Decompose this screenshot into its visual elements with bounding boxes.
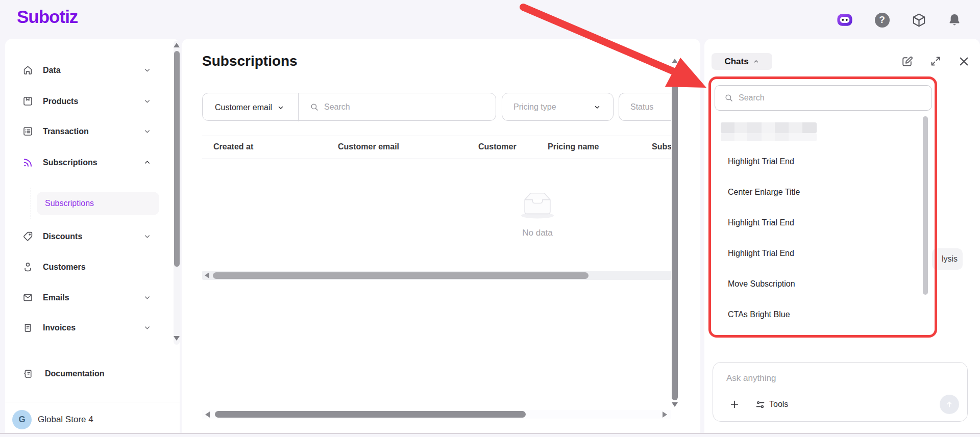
- search-field-selector[interactable]: Customer email: [203, 93, 299, 121]
- empty-state-label: No data: [497, 228, 578, 238]
- sidebar-item-transaction[interactable]: Transaction: [5, 119, 180, 144]
- scroll-up-arrow[interactable]: [672, 59, 678, 63]
- home-icon: [22, 64, 34, 76]
- column-header[interactable]: Subs: [652, 142, 671, 151]
- window-bottom-gap: [0, 434, 980, 437]
- sidebar-item-data[interactable]: Data: [5, 58, 180, 83]
- expand-icon: [929, 55, 942, 67]
- scroll-down-arrow[interactable]: [174, 336, 180, 341]
- chat-list-scrollbar-thumb[interactable]: [923, 116, 928, 295]
- chat-list-item[interactable]: Highlight Trial End: [728, 157, 794, 166]
- search-icon: [724, 93, 733, 102]
- table-top-border: [202, 136, 671, 136]
- app-logo[interactable]: Subotiz: [17, 7, 78, 27]
- chat-list-item[interactable]: Move Subscription: [728, 279, 795, 289]
- main-vscrollbar[interactable]: [671, 39, 678, 433]
- chevron-down-icon: [143, 324, 151, 332]
- chat-list-item[interactable]: CTAs Bright Blue: [728, 310, 790, 319]
- main-hscrollbar[interactable]: [202, 410, 671, 419]
- table-hscrollbar[interactable]: [202, 271, 671, 280]
- composer: Tools: [713, 362, 968, 422]
- scroll-left-arrow[interactable]: [205, 412, 210, 418]
- documentation-icon: [22, 368, 34, 379]
- main-hscrollbar-thumb[interactable]: [215, 411, 526, 418]
- chevron-down-icon: [143, 66, 151, 74]
- sidebar-scroll-area: Data Products T: [5, 49, 180, 349]
- expand-panel-button[interactable]: [928, 54, 943, 68]
- chat-list-item[interactable]: Highlight Trial End: [728, 249, 794, 258]
- composer-input[interactable]: [725, 372, 921, 385]
- workspace-name: Global Store 4: [38, 415, 93, 425]
- workspace-switcher[interactable]: G Global Store 4: [5, 407, 180, 432]
- send-button[interactable]: [940, 395, 959, 414]
- sidebar-item-emails[interactable]: Emails: [5, 285, 180, 310]
- chats-label: Chats: [724, 57, 748, 67]
- search-icon: [310, 102, 319, 112]
- receipt-icon: [22, 322, 34, 333]
- redacted-chat-item[interactable]: [721, 122, 817, 141]
- inbox-icon: [520, 189, 555, 220]
- bell-icon[interactable]: [946, 11, 963, 29]
- chat-list-item[interactable]: Highlight Trial End: [728, 218, 794, 227]
- main-content: Subscriptions Customer email Pricing typ…: [182, 39, 700, 433]
- plus-icon: [729, 399, 740, 410]
- column-header[interactable]: Pricing name: [548, 142, 599, 151]
- envelope-icon: [22, 292, 34, 303]
- scroll-down-arrow[interactable]: [672, 402, 678, 407]
- chats-dropdown[interactable]: Chats: [712, 53, 772, 70]
- chat-search-box: [715, 85, 932, 111]
- assistant-robot-icon[interactable]: [836, 11, 853, 29]
- sidebar-item-documentation[interactable]: Documentation: [5, 361, 180, 386]
- compose-icon: [901, 55, 914, 68]
- chevron-down-icon: [143, 233, 151, 241]
- close-icon: [958, 55, 970, 68]
- pricing-type-select[interactable]: Pricing type: [502, 93, 614, 121]
- chat-search-input[interactable]: [738, 93, 923, 103]
- chevron-up-icon: [753, 58, 760, 65]
- close-panel-button[interactable]: [957, 54, 971, 68]
- person-icon: [22, 261, 34, 273]
- rss-icon: [22, 157, 34, 168]
- sidebar-subitem-subscriptions[interactable]: Subscriptions: [37, 192, 159, 215]
- arrow-up-icon: [944, 399, 954, 409]
- sidebar-scrollbar-thumb[interactable]: [174, 51, 180, 267]
- workspace-avatar: G: [12, 410, 32, 429]
- new-chat-button[interactable]: [900, 54, 914, 68]
- page-title: Subscriptions: [202, 53, 298, 69]
- sidebar-divider: [5, 402, 180, 402]
- scroll-left-arrow[interactable]: [205, 272, 209, 278]
- sidebar-item-discounts[interactable]: Discounts: [5, 224, 180, 249]
- sidebar-item-invoices[interactable]: Invoices: [5, 315, 180, 340]
- sidebar-item-products[interactable]: Products: [5, 89, 180, 114]
- app-header: Subotiz ?: [0, 0, 980, 39]
- scroll-right-arrow[interactable]: [663, 412, 667, 418]
- attach-button[interactable]: [727, 397, 742, 412]
- sidebar-item-customers[interactable]: Customers: [5, 254, 180, 279]
- tools-button[interactable]: Tools: [755, 398, 788, 410]
- chevron-down-icon: [143, 294, 151, 302]
- subnav-connector-line: [31, 188, 31, 219]
- sidebar: Data Products T: [5, 39, 180, 433]
- sidebar-item-subscriptions[interactable]: Subscriptions: [5, 150, 180, 175]
- analysis-tag[interactable]: lysis: [932, 248, 963, 270]
- sidebar-item-settings[interactable]: Settings: [5, 346, 180, 349]
- table-hscrollbar-thumb[interactable]: [213, 272, 589, 279]
- main-vscrollbar-thumb[interactable]: [672, 76, 678, 400]
- chat-panel: Chats: [704, 39, 980, 433]
- status-select[interactable]: Status: [619, 93, 676, 121]
- column-header[interactable]: Customer email: [338, 142, 399, 151]
- column-header[interactable]: Created at: [213, 142, 253, 151]
- chevron-down-icon: [277, 104, 284, 111]
- list-icon: [22, 125, 34, 137]
- chevron-down-icon: [143, 97, 151, 106]
- app-window: Subotiz ?: [0, 0, 980, 437]
- search-input[interactable]: [323, 102, 488, 112]
- sliders-icon: [755, 399, 766, 410]
- scroll-up-arrow[interactable]: [174, 43, 180, 47]
- package-icon[interactable]: [910, 11, 927, 29]
- table-header-row: Created at Customer email Customer Prici…: [182, 140, 671, 156]
- help-icon[interactable]: ?: [873, 11, 891, 29]
- column-header[interactable]: Customer: [478, 142, 517, 151]
- chat-list-item[interactable]: Center Enlarge Title: [728, 188, 800, 197]
- box-bookmark-icon: [22, 95, 34, 107]
